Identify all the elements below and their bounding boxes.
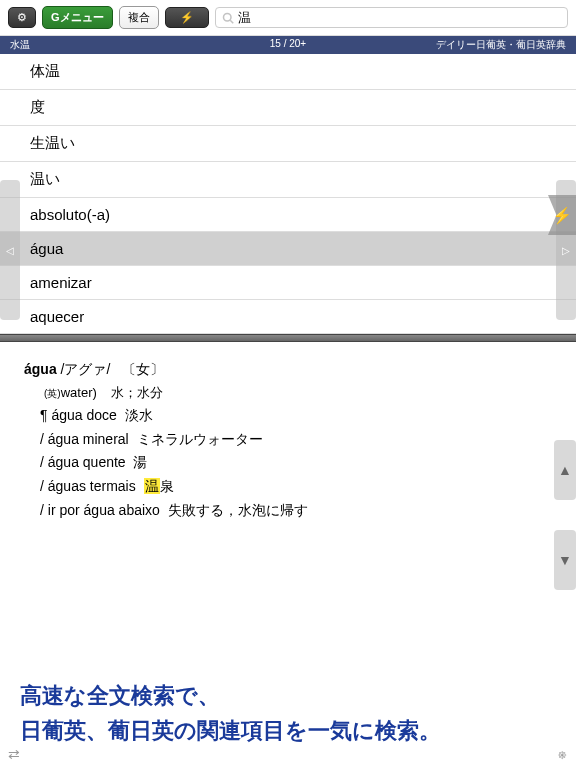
search-wrap [215,7,568,28]
toolbar: ⚙ Gメニュー 複合 ⚡ [0,0,576,36]
english: water) [61,385,97,400]
pane-divider[interactable] [0,334,576,342]
chevron-left-icon: ◁ [6,245,14,256]
chevron-right-icon: ▷ [562,245,570,256]
list-item[interactable]: 温い [0,162,576,198]
example: / água quente 湯 [24,451,552,475]
gender: 〔女〕 [122,361,164,377]
bottom-icons: ⇄ ⎈ [4,744,572,764]
svg-point-0 [223,13,231,21]
status-bar: 水温 15 / 20+ デイリー日葡英・葡日英辞典 [0,36,576,54]
pronunciation: /アグァ/ [61,361,111,377]
results-list: 体温 度 生温い 温い absoluto(-a) água amenizar a… [0,54,576,334]
example: / ir por água abaixo 失敗する，水泡に帰す [24,499,552,523]
list-item-selected[interactable]: água [0,232,576,266]
compound-button[interactable]: 複合 [119,6,159,29]
highlight: 温 [144,478,160,494]
triangle-up-icon: ▲ [558,462,572,478]
g-menu-button[interactable]: Gメニュー [42,6,113,29]
english-tag: (英) [44,388,61,399]
headword: água [24,361,57,377]
promo-text: 高速な全文検索で、 日葡英、葡日英の関連項目を一気に検索。 [20,678,556,748]
thunder-icon: ⚡ [180,11,194,24]
list-item[interactable]: amenizar [0,266,576,300]
scroll-buttons: ▲ ▼ [554,440,576,620]
search-icon [222,12,234,24]
example: ¶ água doce 淡水 [24,404,552,428]
list-item[interactable]: absoluto(-a) [0,198,576,232]
meaning: 水；水分 [111,385,163,400]
status-source: デイリー日葡英・葡日英辞典 [436,38,566,52]
nav-swap-icon[interactable]: ⇄ [4,744,24,764]
thunder-button[interactable]: ⚡ [165,7,209,28]
settings-button[interactable]: ⚙ [8,7,36,28]
list-item[interactable]: 度 [0,90,576,126]
example: / águas termais 温泉 [24,475,552,499]
prev-handle[interactable]: ◁ [0,180,20,320]
promo-line: 高速な全文検索で、 [20,678,556,713]
search-input[interactable] [238,10,561,25]
svg-line-1 [230,20,233,23]
promo-line: 日葡英、葡日英の関連項目を一気に検索。 [20,713,556,748]
triangle-down-icon: ▼ [558,552,572,568]
list-item[interactable]: aquecer [0,300,576,334]
status-count: 15 / 20+ [270,38,306,49]
scroll-up-button[interactable]: ▲ [554,440,576,500]
list-item[interactable]: 生温い [0,126,576,162]
scroll-down-button[interactable]: ▼ [554,530,576,590]
status-left: 水温 [10,38,30,52]
gear-icon: ⚙ [17,11,27,24]
nav-wheel-icon[interactable]: ⎈ [552,744,572,764]
detail-pane: água /アグァ/ 〔女〕 (英)water) 水；水分 ¶ água doc… [0,342,576,539]
example: / água mineral ミネラルウォーター [24,428,552,452]
list-item[interactable]: 体温 [0,54,576,90]
